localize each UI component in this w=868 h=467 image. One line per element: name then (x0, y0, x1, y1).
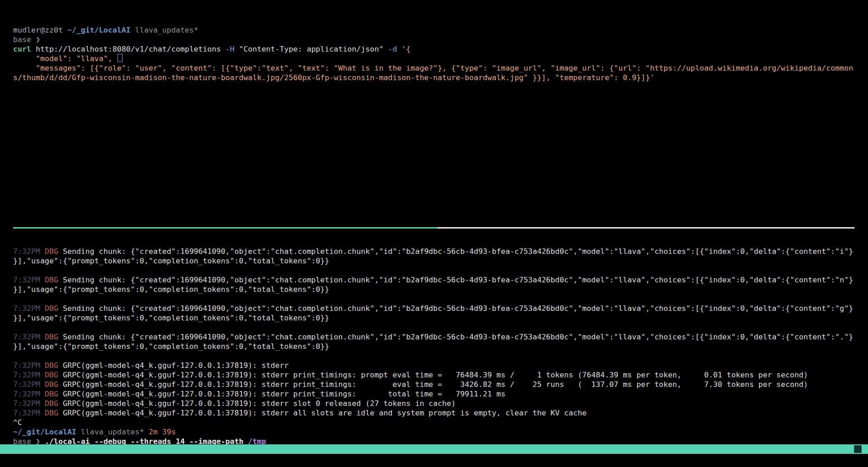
text-segment: http://localhost:8080/v1/chat/completion… (31, 45, 226, 53)
text-segment: Sending chunk: {"created":1699641090,"ob… (63, 276, 853, 284)
terminal-line: }],"usage":{"prompt_tokens":0,"completio… (13, 342, 868, 351)
terminal-line: ^C (13, 418, 868, 427)
text-segment: mudler@zz0t (13, 26, 67, 34)
pane-divider[interactable] (13, 227, 854, 229)
statusbar-end-block (854, 445, 862, 453)
terminal-line (13, 323, 868, 332)
terminal-pane-bottom[interactable]: 7:32PM DBG Sending chunk: {"created":169… (13, 237, 868, 446)
text-segment: DBG (45, 247, 63, 256)
terminal-line: 7:32PM DBG GRPC(ggml-model-q4_k.gguf-127… (13, 380, 868, 389)
text-segment: 7:32PM (13, 390, 45, 398)
terminal-line: }],"usage":{"prompt_tokens":0,"completio… (13, 313, 868, 323)
text-segment: GRPC(ggml-model-q4_k.gguf-127.0.0.1:3781… (63, 380, 808, 389)
terminal-line: mudler@zz0t ~/_git/LocalAI llava_updates… (13, 25, 868, 35)
terminal-line: s/thumb/d/dd/Gfp-wisconsin-madison-the-n… (13, 73, 868, 82)
terminal-line: curl http://localhost:8080/v1/chat/compl… (13, 44, 868, 54)
text-segment: 7:32PM (13, 380, 45, 389)
text-segment: ^C (13, 418, 22, 427)
terminal-line: 7:32PM DBG Sending chunk: {"created":169… (13, 332, 868, 342)
text-segment: }],"usage":{"prompt_tokens":0,"completio… (13, 314, 329, 322)
text-segment: 7:32PM (13, 247, 45, 256)
terminal-line: 7:32PM DBG Sending chunk: {"created":169… (13, 247, 868, 256)
text-segment: DBG (45, 276, 63, 284)
text-segment: 7:32PM (13, 333, 45, 341)
terminal-line (13, 351, 868, 361)
text-segment: }],"usage":{"prompt_tokens":0,"completio… (13, 257, 329, 265)
terminal-line: 7:32PM DBG GRPC(ggml-model-q4_k.gguf-127… (13, 370, 868, 380)
text-segment: DBG (45, 361, 63, 370)
text-segment: 7:32PM (13, 361, 45, 370)
terminal-line: 7:32PM DBG GRPC(ggml-model-q4_k.gguf-127… (13, 408, 868, 418)
text-segment: -d (388, 45, 397, 53)
text-segment: 7:32PM (13, 409, 45, 417)
terminal-screen: mudler@zz0t ~/_git/LocalAI llava_updates… (0, 0, 868, 467)
text-segment: s/thumb/d/dd/Gfp-wisconsin-madison-the-n… (13, 73, 655, 82)
terminal-line: }],"usage":{"prompt_tokens":0,"completio… (13, 285, 868, 294)
text-segment: GRPC(ggml-model-q4_k.gguf-127.0.0.1:3781… (63, 390, 505, 398)
terminal-line: "model": "llava", (13, 54, 868, 63)
text-segment: "messages": [{"role": "user", "content":… (13, 64, 853, 72)
text-segment: -H (226, 45, 235, 53)
text-segment: DBG (45, 409, 63, 417)
terminal-line: ~/_git/LocalAI llava_updates* 2m 39s (13, 427, 868, 437)
text-segment: GRPC(ggml-model-q4_k.gguf-127.0.0.1:3781… (63, 409, 587, 417)
text-segment: GRPC(ggml-model-q4_k.gguf-127.0.0.1:3781… (63, 361, 293, 370)
terminal-line (13, 237, 868, 247)
text-segment: GRPC(ggml-model-q4_k.gguf-127.0.0.1:3781… (63, 399, 456, 408)
terminal-line: }],"usage":{"prompt_tokens":0,"completio… (13, 256, 868, 266)
text-segment: llava_updates* (76, 428, 144, 436)
terminal-line: "messages": [{"role": "user", "content":… (13, 63, 868, 73)
terminal-line (13, 266, 868, 275)
text-segment: llava_updates* (131, 26, 198, 34)
text-segment: DBG (45, 304, 63, 313)
text-segment: 7:32PM (13, 371, 45, 379)
text-segment: 2m 39s (144, 428, 176, 436)
text-segment: ~/_git/LocalAI (67, 26, 131, 34)
terminal-line: 7:32PM DBG GRPC(ggml-model-q4_k.gguf-127… (13, 399, 868, 408)
text-segment: 7:32PM (13, 276, 45, 284)
text-segment: '{ (401, 45, 410, 53)
text-segment: Sending chunk: {"created":1699641090,"ob… (63, 333, 853, 341)
text-segment: DBG (45, 390, 63, 398)
terminal-line: 7:32PM DBG Sending chunk: {"created":169… (13, 304, 868, 313)
text-segment: "model": "llava", (13, 54, 117, 63)
text-segment: Sending chunk: {"created":1699641090,"ob… (63, 247, 853, 256)
text-segment: }],"usage":{"prompt_tokens":0,"completio… (13, 285, 329, 294)
text-segment: DBG (45, 371, 63, 379)
text-segment: }],"usage":{"prompt_tokens":0,"completio… (13, 342, 329, 351)
text-segment: DBG (45, 333, 63, 341)
text-segment: Sending chunk: {"created":1699641090,"ob… (63, 304, 853, 313)
pane-divider-segment (437, 227, 854, 229)
text-segment: "Content-Type: application/json" (235, 45, 388, 53)
special-char-box (118, 54, 123, 62)
text-segment: base ❯ (13, 35, 40, 44)
terminal-line: 7:32PM DBG GRPC(ggml-model-q4_k.gguf-127… (13, 389, 868, 399)
text-segment: 7:32PM (13, 399, 45, 408)
pane-divider-active-segment (13, 227, 437, 229)
terminal-line: base ❯ (13, 35, 868, 44)
text-segment: curl (13, 45, 31, 53)
terminal-pane-top[interactable]: mudler@zz0t ~/_git/LocalAI llava_updates… (13, 25, 868, 82)
text-segment: 7:32PM (13, 304, 45, 313)
terminal-line: 7:32PM DBG Sending chunk: {"created":169… (13, 275, 868, 285)
text-segment: DBG (45, 399, 63, 408)
text-segment: ~/_git/LocalAI (13, 428, 76, 436)
terminal-line (13, 294, 868, 304)
text-segment: GRPC(ggml-model-q4_k.gguf-127.0.0.1:3781… (63, 371, 808, 379)
text-segment (397, 45, 401, 53)
tmux-status-bar[interactable]: [0] <0:zsh 21:zsh 22:zsh 23:zsh 24:zsh 2… (0, 444, 868, 454)
text-segment: DBG (45, 380, 63, 389)
terminal-line: 7:32PM DBG GRPC(ggml-model-q4_k.gguf-127… (13, 361, 868, 370)
